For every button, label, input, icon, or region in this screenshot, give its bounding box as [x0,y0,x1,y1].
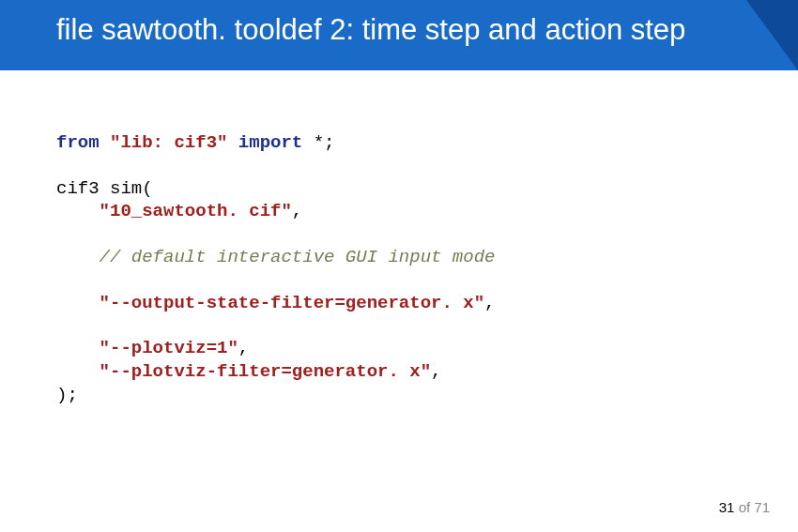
blank-line [56,314,495,337]
code-line-3: "10_sawtooth. cif", [56,200,495,223]
page-number: 31 of 71 [719,499,770,515]
string-output-filter: "--output-state-filter=generator. x" [56,293,484,313]
code-line-6: "--plotviz=1", [56,337,495,360]
code-line-7: "--plotviz-filter=generator. x", [56,360,495,384]
keyword-import: import [238,132,302,153]
blank-line [56,223,495,246]
string-cif-file: "10_sawtooth. cif" [56,201,292,221]
slide-title: file sawtooth. tooldef 2: time step and … [56,13,742,47]
comma-7: , [431,361,441,382]
code-rest-1: *; [302,132,334,153]
page-of: of [739,499,751,515]
keyword-from: from [56,132,100,153]
blank-line [56,155,495,177]
title-bar: file sawtooth. tooldef 2: time step and … [0,0,798,70]
code-line-8: ); [56,384,495,407]
blank-line [56,269,495,292]
comma-6: , [238,338,249,358]
comma-5: , [484,293,495,313]
string-lib: "lib: cif3" [110,132,227,153]
page-total: 71 [754,499,770,515]
code-line-5: "--output-state-filter=generator. x", [56,292,495,315]
comma-3: , [292,201,302,221]
code-block: from "lib: cif3" import *; cif3 sim( "10… [56,131,495,407]
string-plotviz-filter: "--plotviz-filter=generator. x" [56,361,431,382]
string-plotviz: "--plotviz=1" [56,338,238,358]
code-line-2: cif3 sim( [56,177,495,201]
code-line-4: // default interactive GUI input mode [56,246,495,269]
page-current: 31 [719,499,735,515]
code-line-1: from "lib: cif3" import *; [56,131,495,155]
comment-default-mode: // default interactive GUI input mode [56,247,495,267]
